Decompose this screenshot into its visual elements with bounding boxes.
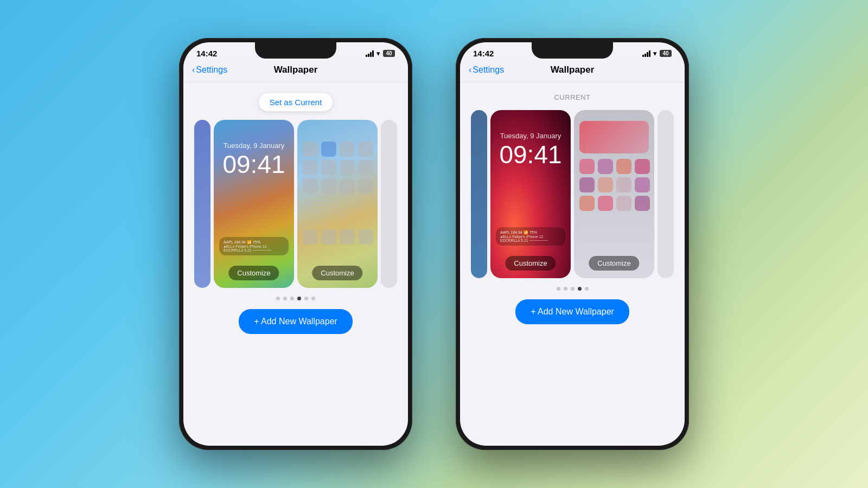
home-customize-2[interactable]: Customize <box>589 256 639 271</box>
lock-widgets-2: AAPL 164.94 📶 75% ●BLLx Felipe's iPhone … <box>496 227 565 246</box>
status-time-1: 14:42 <box>196 49 217 58</box>
back-label-1: Settings <box>196 65 227 75</box>
dot-2-5 <box>585 287 589 291</box>
dot-1-2 <box>283 297 287 300</box>
set-current-pill[interactable]: Set as Current <box>259 93 333 111</box>
back-label-2: Settings <box>473 65 504 75</box>
dot-1-1 <box>276 297 280 300</box>
back-button-1[interactable]: ‹ Settings <box>192 65 227 75</box>
app-grid-1 <box>303 142 372 194</box>
back-button-2[interactable]: ‹ Settings <box>469 65 504 75</box>
wallpaper-lock-1[interactable]: Tuesday, 9 January 09:41 AAPL 164.94 📶 7… <box>214 120 294 288</box>
signal-icon-2 <box>642 50 650 57</box>
add-wallpaper-button-1[interactable]: + Add New Wallpaper <box>239 309 353 334</box>
nav-title-2: Wallpaper <box>551 65 595 75</box>
wallpaper-home-2[interactable]: Customize <box>574 110 654 278</box>
lock-date-2: Tuesday, 9 January <box>490 132 571 140</box>
dot-1-5 <box>304 297 308 300</box>
lock-date-1: Tuesday, 9 January <box>214 142 294 150</box>
lock-time-display-2: Tuesday, 9 January 09:41 <box>490 132 571 167</box>
lock-customize-2[interactable]: Customize <box>505 256 556 271</box>
dot-2-2 <box>564 287 567 291</box>
battery-icon-1: 40 <box>383 50 395 57</box>
nav-bar-2: ‹ Settings Wallpaper <box>460 60 685 82</box>
lock-time-1: 09:41 <box>214 152 294 177</box>
battery-icon-2: 40 <box>660 50 672 57</box>
wallpaper-lock-2[interactable]: Tuesday, 9 January 09:41 AAPL 164.94 📶 7… <box>490 110 571 278</box>
wifi-icon-2: ▾ <box>653 49 657 57</box>
phone-2: 14:42 ▾ 40 ‹ Settings Wallpaper CURRENT <box>456 38 689 450</box>
lock-customize-1[interactable]: Customize <box>228 266 279 280</box>
dot-1-3 <box>290 297 294 300</box>
dot-1-6 <box>311 297 315 300</box>
lock-time-2: 09:41 <box>490 142 571 167</box>
chevron-left-icon-2: ‹ <box>469 65 471 75</box>
status-time-2: 14:42 <box>473 49 494 58</box>
pagination-dots-2 <box>557 287 589 291</box>
dot-1-4 <box>297 297 301 300</box>
pagination-dots-1 <box>276 297 315 300</box>
lock-time-display-1: Tuesday, 9 January 09:41 <box>214 142 294 177</box>
signal-icon-1 <box>366 50 374 57</box>
dot-2-4 <box>578 287 582 291</box>
current-label: CURRENT <box>554 93 590 101</box>
home-red-top-widget <box>579 121 649 153</box>
nav-bar-1: ‹ Settings Wallpaper <box>183 60 408 82</box>
wallpaper-peek-right-1 <box>381 120 397 288</box>
status-icons-1: ▾ 40 <box>366 49 395 57</box>
lock-widgets-1: AAPL 164.94 📶 75% ●BLLx Felipe's iPhone … <box>219 237 289 255</box>
dot-2-1 <box>557 287 560 291</box>
phone-1: 14:42 ▾ 40 ‹ Settings Wallpaper Set as C… <box>179 38 412 450</box>
app-grid-2 <box>579 159 649 211</box>
wallpaper-peek-left-1 <box>194 120 210 288</box>
wifi-icon-1: ▾ <box>376 49 380 57</box>
chevron-left-icon-1: ‹ <box>192 65 195 75</box>
dot-2-3 <box>571 287 575 291</box>
status-icons-2: ▾ 40 <box>642 49 672 57</box>
wallpaper-home-1[interactable]: Customize <box>297 120 378 288</box>
notch-1 <box>255 42 336 59</box>
wallpaper-carousel-2: Tuesday, 9 January 09:41 AAPL 164.94 📶 7… <box>469 110 676 278</box>
home-customize-1[interactable]: Customize <box>312 266 362 280</box>
content-1: Set as Current Tuesday, 9 January 09:41 … <box>183 82 408 345</box>
wallpaper-peek-right-2 <box>658 110 674 278</box>
content-2: CURRENT Tuesday, 9 January 09:41 AAPL 16… <box>460 82 685 335</box>
wallpaper-peek-left-2 <box>471 110 487 278</box>
notch-2 <box>532 42 613 59</box>
add-wallpaper-button-2[interactable]: + Add New Wallpaper <box>515 299 629 324</box>
wallpaper-carousel-1: Tuesday, 9 January 09:41 AAPL 164.94 📶 7… <box>192 120 399 288</box>
nav-title-1: Wallpaper <box>274 65 318 75</box>
